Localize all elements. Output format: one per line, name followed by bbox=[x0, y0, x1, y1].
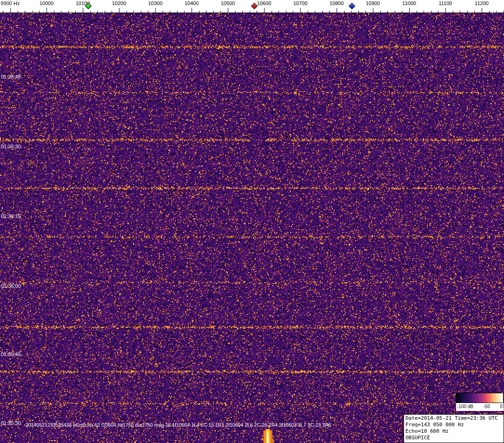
freq-tick-label: 11200 bbox=[475, 0, 489, 6]
blue-frequency-marker[interactable] bbox=[349, 3, 355, 9]
time-tick-label: 01:35:30 bbox=[1, 420, 21, 426]
minor-tick bbox=[242, 11, 243, 13]
freq-tick-label: 11100 bbox=[439, 0, 452, 6]
minor-tick bbox=[206, 11, 206, 13]
major-tick bbox=[445, 8, 446, 13]
minor-tick bbox=[213, 11, 214, 13]
minor-tick bbox=[250, 11, 250, 13]
minor-tick bbox=[39, 11, 40, 13]
minor-tick bbox=[467, 11, 468, 13]
minor-tick bbox=[32, 11, 33, 13]
minor-tick bbox=[235, 11, 236, 13]
minor-tick bbox=[61, 11, 61, 13]
time-tick-label: 01:36:00 bbox=[1, 283, 21, 289]
freq-tick-label: 11000 bbox=[402, 0, 416, 6]
major-tick bbox=[482, 8, 482, 13]
info-echo-line: Echo=10 600 Hz bbox=[405, 428, 504, 435]
major-tick bbox=[155, 8, 156, 13]
spectrogram-canvas bbox=[0, 13, 504, 443]
observation-info-box: Date=2014-05-21 Time=23:36 UTC Freq=143 … bbox=[404, 414, 504, 443]
minor-tick bbox=[163, 11, 163, 13]
minor-tick bbox=[286, 11, 286, 13]
minor-tick bbox=[112, 11, 112, 13]
db-colorbar: -100 dB -50 0 bbox=[456, 393, 504, 411]
info-station-line: OBSUPICE bbox=[405, 435, 504, 441]
spectrogram-area: 01:36:4501:36:3001:36:1501:36:0001:35:45… bbox=[0, 13, 504, 443]
minor-tick bbox=[54, 11, 54, 13]
minor-tick bbox=[453, 11, 453, 13]
minor-tick bbox=[293, 11, 293, 13]
colorbar-gradient bbox=[456, 393, 504, 403]
minor-tick bbox=[358, 11, 359, 13]
minor-tick bbox=[329, 11, 330, 13]
freq-tick-label: 10900 bbox=[366, 0, 380, 6]
minor-tick bbox=[199, 11, 199, 13]
minor-tick bbox=[279, 11, 279, 13]
minor-tick bbox=[460, 11, 460, 13]
minor-tick bbox=[438, 11, 438, 13]
minor-tick bbox=[126, 11, 127, 13]
major-tick bbox=[10, 8, 11, 13]
minor-tick bbox=[380, 11, 381, 13]
minor-tick bbox=[424, 11, 424, 13]
minor-tick bbox=[105, 11, 105, 13]
freq-tick-label: 10800 bbox=[330, 0, 344, 6]
minor-tick bbox=[90, 11, 91, 13]
minor-tick bbox=[489, 11, 490, 13]
major-tick bbox=[300, 8, 301, 13]
freq-tick-label: 10200 bbox=[112, 0, 126, 6]
freq-tick-label: 10700 bbox=[293, 0, 308, 6]
minor-tick bbox=[75, 11, 76, 13]
major-tick bbox=[337, 8, 337, 13]
minor-tick bbox=[184, 11, 185, 13]
minor-tick bbox=[395, 11, 395, 13]
minor-tick bbox=[344, 11, 345, 13]
minor-tick bbox=[272, 11, 272, 13]
time-tick-label: 01:36:30 bbox=[1, 144, 21, 149]
colorbar-label-mid: -50 bbox=[484, 404, 490, 409]
minor-tick bbox=[308, 11, 308, 13]
info-date-line: Date=2014-05-21 Time=23:36 UTC bbox=[405, 415, 504, 422]
minor-tick bbox=[25, 11, 25, 13]
minor-tick bbox=[3, 11, 3, 13]
colorbar-label-min: -100 dB bbox=[457, 404, 473, 409]
major-tick bbox=[46, 8, 47, 13]
minor-tick bbox=[315, 11, 315, 13]
minor-tick bbox=[474, 11, 475, 13]
minor-tick bbox=[387, 11, 388, 13]
minor-tick bbox=[322, 11, 323, 13]
minor-tick bbox=[97, 11, 98, 13]
major-tick bbox=[83, 8, 83, 13]
minor-tick bbox=[170, 11, 170, 13]
freq-tick-label: 10600 bbox=[257, 0, 272, 6]
major-tick bbox=[228, 8, 228, 13]
minor-tick bbox=[351, 11, 351, 13]
freq-tick-label: 10000 bbox=[40, 0, 54, 6]
minor-tick bbox=[365, 11, 366, 13]
freq-tick-label: 10300 bbox=[148, 0, 163, 6]
minor-tick bbox=[257, 11, 257, 13]
minor-tick bbox=[18, 11, 18, 13]
minor-tick bbox=[68, 11, 69, 13]
major-tick bbox=[119, 8, 119, 13]
time-tick-label: 01:36:15 bbox=[1, 213, 21, 219]
freq-tick-label: 9900 Hz bbox=[1, 0, 20, 6]
time-tick-label: 01:35:45 bbox=[1, 351, 21, 357]
detection-metadata-text: 20140521233525436 hCnt5 nb-62 f10604 hit… bbox=[26, 422, 331, 428]
minor-tick bbox=[133, 11, 134, 13]
major-tick bbox=[409, 8, 410, 13]
minor-tick bbox=[402, 11, 402, 13]
major-tick bbox=[373, 8, 373, 13]
freq-tick-label: 10500 bbox=[221, 0, 235, 6]
minor-tick bbox=[431, 11, 431, 13]
major-tick bbox=[264, 8, 265, 13]
time-tick-label: 01:36:45 bbox=[1, 74, 21, 79]
info-freq-line: Freq=143 050 000 Hz bbox=[405, 422, 504, 428]
minor-tick bbox=[220, 11, 221, 13]
minor-tick bbox=[177, 11, 178, 13]
freq-tick-label: 10400 bbox=[185, 0, 199, 6]
frequency-ruler: 9900 Hz100001010010200103001040010500106… bbox=[0, 0, 504, 13]
minor-tick bbox=[496, 11, 497, 13]
colorbar-label-max: 0 bbox=[500, 404, 503, 409]
minor-tick bbox=[148, 11, 148, 13]
